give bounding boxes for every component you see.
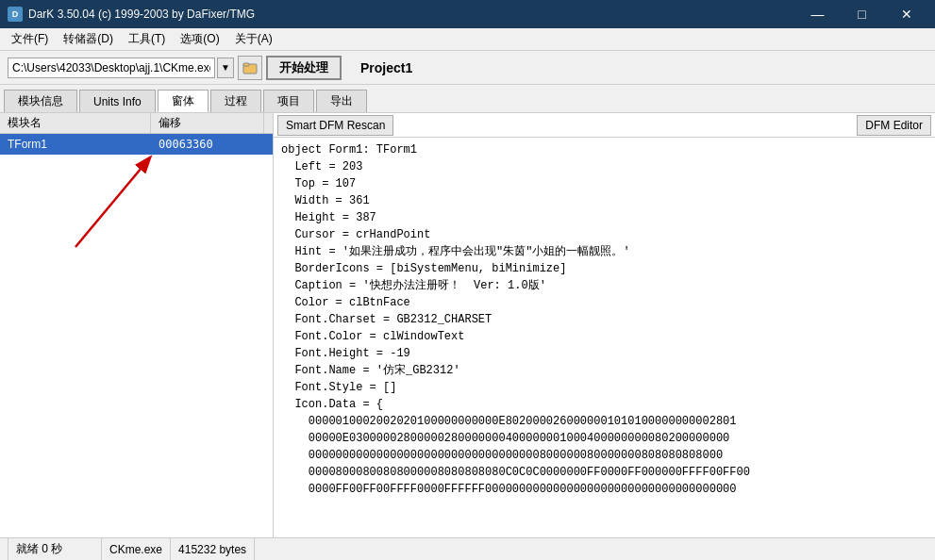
path-dropdown-button[interactable]: ▼ xyxy=(217,58,234,78)
left-panel: 模块名 偏移 TForm1 00063360 xyxy=(0,113,274,537)
tab-module-info[interactable]: 模块信息 xyxy=(4,90,77,112)
tab-project[interactable]: 项目 xyxy=(263,90,314,112)
smart-dfm-button[interactable]: Smart DFM Rescan xyxy=(277,115,393,136)
file-path-input[interactable] xyxy=(8,58,215,78)
project-label: Project1 xyxy=(360,60,412,75)
tabs-row: 模块信息 Units Info 窗体 过程 项目 导出 xyxy=(0,85,935,113)
module-name-cell: TForm1 xyxy=(0,136,151,153)
folder-icon xyxy=(242,60,258,75)
tab-procedure[interactable]: 过程 xyxy=(210,90,261,112)
menu-tools[interactable]: 工具(T) xyxy=(121,29,173,50)
main-content: 模块名 偏移 TForm1 00063360 xyxy=(0,113,935,537)
open-button[interactable] xyxy=(238,56,262,80)
left-panel-body: TForm1 00063360 xyxy=(0,134,273,537)
right-panel-toolbar: Smart DFM Rescan DFM Editor xyxy=(274,113,935,138)
col-header-module: 模块名 xyxy=(0,113,151,133)
svg-line-3 xyxy=(75,162,146,247)
process-button[interactable]: 开始处理 xyxy=(266,56,342,80)
col-header-offset: 偏移 xyxy=(151,113,264,133)
module-table-header: 模块名 偏移 xyxy=(0,113,273,134)
close-button[interactable]: ✕ xyxy=(885,0,927,28)
menu-dumper[interactable]: 转储器(D) xyxy=(56,29,121,50)
file-path-container: ▼ xyxy=(8,58,234,78)
status-filename: CKme.exe xyxy=(102,538,171,560)
right-panel: Smart DFM Rescan DFM Editor object Form1… xyxy=(274,113,935,537)
svg-rect-1 xyxy=(243,63,249,66)
tab-window[interactable]: 窗体 xyxy=(158,90,209,112)
status-bar: 就绪 0 秒 CKme.exe 415232 bytes xyxy=(0,537,935,560)
status-filesize: 415232 bytes xyxy=(171,538,255,560)
menu-bar: 文件(F) 转储器(D) 工具(T) 选项(O) 关于(A) xyxy=(0,28,935,51)
app-icon: D xyxy=(8,7,23,22)
title-controls: — □ ✕ xyxy=(796,0,927,28)
menu-about[interactable]: 关于(A) xyxy=(227,29,280,50)
title-bar-left: D DarK 3.50.04 (c) 1999-2003 by DaFixer/… xyxy=(8,7,255,22)
maximize-button[interactable]: □ xyxy=(841,0,883,28)
module-offset-cell: 00063360 xyxy=(151,136,264,153)
title-text: DarK 3.50.04 (c) 1999-2003 by DaFixer/TM… xyxy=(28,8,255,21)
tab-units-info[interactable]: Units Info xyxy=(79,90,156,112)
module-list: TForm1 00063360 xyxy=(0,134,273,155)
dfm-editor-button[interactable]: DFM Editor xyxy=(857,115,931,136)
status-time: 就绪 0 秒 xyxy=(8,538,102,560)
menu-file[interactable]: 文件(F) xyxy=(4,29,56,50)
table-row[interactable]: TForm1 00063360 xyxy=(0,134,273,155)
title-bar: D DarK 3.50.04 (c) 1999-2003 by DaFixer/… xyxy=(0,0,935,28)
menu-options[interactable]: 选项(O) xyxy=(173,29,226,50)
toolbar: ▼ 开始处理 Project1 xyxy=(0,51,935,85)
minimize-button[interactable]: — xyxy=(796,0,839,28)
dfm-content[interactable]: object Form1: TForm1 Left = 203 Top = 10… xyxy=(274,138,935,537)
tab-export[interactable]: 导出 xyxy=(316,90,367,112)
arrow-decoration xyxy=(0,134,273,537)
